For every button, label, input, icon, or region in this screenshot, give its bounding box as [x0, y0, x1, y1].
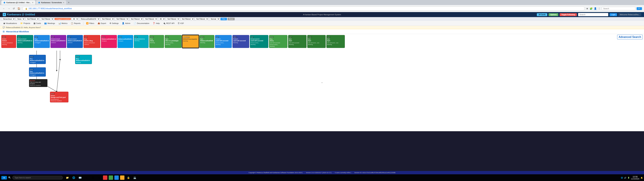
app-title: A Kanban-Based Project Management System [303, 14, 341, 16]
taskbar-time[interactable]: 10:56 11/10/2020 [631, 176, 639, 180]
card-enhancement-1[interactable]: BOG Enhancement RebeccaShatfield-1s Back… [17, 35, 33, 48]
filter-button[interactable]: Filter [220, 18, 227, 20]
filter-notfiltered-3[interactable]: Not Filtered [100, 18, 114, 20]
toolbar-projects[interactable]: 📁 Projects [19, 22, 32, 25]
header-search-input[interactable] [578, 13, 608, 16]
taskbar-photos[interactable]: 🖼 [90, 175, 95, 180]
card-epic-1[interactable]: E2F Epic Epic card will succeed Backlog [288, 35, 306, 48]
taskbar-store[interactable]: 🛍 [84, 175, 89, 180]
svg-line-5 [57, 60, 60, 92]
browser-search-button[interactable]: 🔍 [636, 7, 642, 10]
card-rebecca-13[interactable]: BOG RebeccaShafield-13 Analysis [101, 35, 117, 48]
header-login-button[interactable]: Login [610, 13, 617, 16]
bookmark-button[interactable]: ★ [586, 7, 588, 10]
card-epic-rebecca[interactable]: BOG Epic RebeccaShatfield Backlog [200, 35, 214, 48]
tab-2-close[interactable]: ✕ [63, 2, 64, 4]
toolbar-rest-api[interactable]: 🔌 REST API [162, 22, 176, 25]
back-button[interactable]: ← [2, 6, 6, 10]
toolbar-cards[interactable]: ▦ Cards [32, 22, 42, 25]
card-enhancement-3[interactable]: E2F Enhancement RebeccaShatfield-D Defin… [67, 35, 83, 48]
reload-button[interactable]: ↺ [12, 6, 16, 10]
card-feature-1[interactable]: E2F Feature card will succeed RebeccaSha… [215, 35, 232, 48]
toolbar-visualisations[interactable]: ◉ Visualisations [2, 22, 18, 25]
card-feature-2[interactable]: BOG Feature card will succeed Backlog [232, 35, 249, 48]
taskbar-edge[interactable]: 🌐 [71, 175, 76, 180]
toolbar-settings[interactable]: ⚙ Settings [108, 22, 120, 25]
following-button[interactable]: Toggle Following [560, 13, 576, 16]
filter-notfiltered-6[interactable]: Not Filtered [144, 18, 158, 20]
filter-none-select[interactable]: None [16, 18, 25, 20]
toolbar-reports[interactable]: 📋 Reports [70, 22, 82, 25]
toolbar-metrics[interactable]: 📊 Metrics [57, 22, 69, 25]
taskbar-app-2[interactable] [109, 176, 113, 180]
taskbar-app-3[interactable] [114, 176, 119, 180]
card-rebecca-1[interactable]: BOG RebeccaShatfield-1 Analysis [118, 35, 133, 48]
toolbar-help[interactable]: ❓ Help [151, 22, 161, 25]
tab-1-close[interactable]: ✕ [32, 2, 33, 4]
card-story-1[interactable]: BOG Bug Story Backlog [149, 35, 164, 48]
taskbar-file-explorer[interactable]: 📁 [65, 175, 70, 180]
filter-notfiltered-4[interactable]: Not Filtered [115, 18, 129, 20]
extensions-button[interactable]: 🧩 [590, 7, 592, 10]
toolbar-export[interactable]: 📤 Export [96, 22, 108, 25]
projects-icon: 📁 [20, 22, 23, 24]
card-enhancement-4[interactable]: E2F Enhancement card will succeed Rebecc… [250, 35, 268, 48]
card-bug-1[interactable]: E2F Bug RebeccaShatfield-D Untagged [34, 35, 50, 48]
start-button[interactable]: ⊞ [1, 176, 7, 180]
card-bug-2[interactable]: E2F Bug Point a Bug RebeccaShatfield Def… [84, 35, 100, 48]
child-card-defect[interactable]: BOG Defect Design and find goal Developm… [50, 92, 68, 102]
reset-button[interactable]: Reset [228, 18, 234, 20]
child-card-1[interactable]: BOG Bug RebeccaShatfield-tx Untagged [29, 55, 46, 64]
card-epic-prototype[interactable]: E2F Epic this is a prototype RebeccaSha.… [165, 35, 182, 48]
browser-search-input[interactable] [602, 7, 635, 10]
filter-notfiltered-9[interactable]: Not Filtered [195, 18, 209, 20]
child-card-2[interactable]: BOG Bug RebeccaShatfield-5 Backlog [75, 55, 92, 64]
toolbar-meetings[interactable]: 👥 Meetings [43, 22, 56, 25]
advanced-search-label[interactable]: Advanced Search [617, 35, 643, 40]
card-defect-1[interactable]: BOG Defect Detect RebeccaShatfield Backl… [1, 35, 16, 48]
toolbar-admin[interactable]: 👤 Admin [120, 22, 132, 25]
toolbar-ksf[interactable]: ☰ KSF [176, 22, 185, 25]
address-bar[interactable]: 🔒 192.168.1.77:8081/visuals/hierarchical… [22, 6, 585, 10]
taskbar-app-4[interactable] [120, 176, 124, 180]
home-button[interactable]: 🏠 [17, 6, 21, 10]
toolbar: ◉ Visualisations 📁 Projects ▦ Cards 👥 Me… [0, 21, 644, 26]
taskbar-search-icon[interactable]: 🔍 [8, 176, 12, 180]
card-enhancement-2[interactable]: E2F Enhancement RebeccaShatfield-D Defin… [50, 35, 66, 48]
taskbar-notification-icon[interactable]: 🔔 [641, 177, 643, 179]
card-bog1271[interactable]: BOG1271 BOG1271boc12pal012 Backlog [182, 35, 199, 48]
filter-all-2[interactable]: All [158, 18, 165, 20]
taskbar-app-5[interactable]: 🔒 [126, 175, 131, 180]
card-epic-3[interactable]: E2F Epic Epic Edit will anon...ous Backl… [326, 35, 345, 48]
filter-notfiltered-5[interactable]: Not Filtered [130, 18, 143, 20]
toolbar-filters[interactable]: 🔽 Filters [85, 22, 96, 25]
card-environment-1[interactable]: E2F Environment-1s Backlog [134, 35, 148, 48]
account-button[interactable]: 👤 [594, 7, 597, 10]
child-card-3[interactable]: BOG Bug RebeccaShatfield-tx Untagged [29, 67, 46, 76]
tab-2-label: Kanbanara / Screenshots [41, 2, 62, 4]
new-tab-button[interactable]: + [67, 1, 70, 4]
filter-user-select[interactable]: RebeccaShatfield:50 [79, 18, 100, 20]
taskbar-app-1[interactable] [103, 176, 107, 180]
toolbar-documentation[interactable]: 📄 Documentation [132, 22, 150, 25]
filter-notfiltered-1[interactable]: Not Filtered [26, 18, 40, 20]
taskbar-mail[interactable]: 📧 [78, 175, 82, 180]
filter-normal-select[interactable]: Normal [209, 18, 220, 20]
cards-count-button[interactable]: 28 Cards [537, 13, 547, 16]
taskbar-app-6[interactable]: 💻 [132, 175, 137, 180]
view-select[interactable]: Hierarchical [1, 18, 15, 20]
child-card-blocked[interactable]: Blocked This is a story with Analysis Re… [29, 79, 48, 87]
filter-notfiltered-8[interactable]: Not Filtered [180, 18, 194, 20]
menu-button[interactable]: ⋮ [598, 7, 600, 10]
forward-button[interactable]: → [7, 6, 11, 10]
filter-all-1[interactable]: All [72, 18, 79, 20]
filter-notfiltered-2[interactable]: Not Filtered [40, 18, 54, 20]
filter-notfiltered-7[interactable]: Not Filtered [166, 18, 180, 20]
taskbar-settings-icon[interactable]: ⚙ [96, 175, 102, 180]
tab-2[interactable]: 🔷 Kanbanara / Screenshots ✕ [36, 0, 66, 5]
taskbar-search-input[interactable] [12, 176, 63, 180]
card-story-2[interactable]: BOG Bug Story card will succeed RebeccaS… [269, 35, 288, 48]
card-epic-2[interactable]: BOG Epic Epic Edit will anon...ous Backl… [307, 35, 326, 48]
tab-1[interactable]: 🔷 Kanbanara @ Untitled - Hier... ✕ [1, 0, 36, 5]
options-button[interactable]: Options [548, 13, 558, 16]
